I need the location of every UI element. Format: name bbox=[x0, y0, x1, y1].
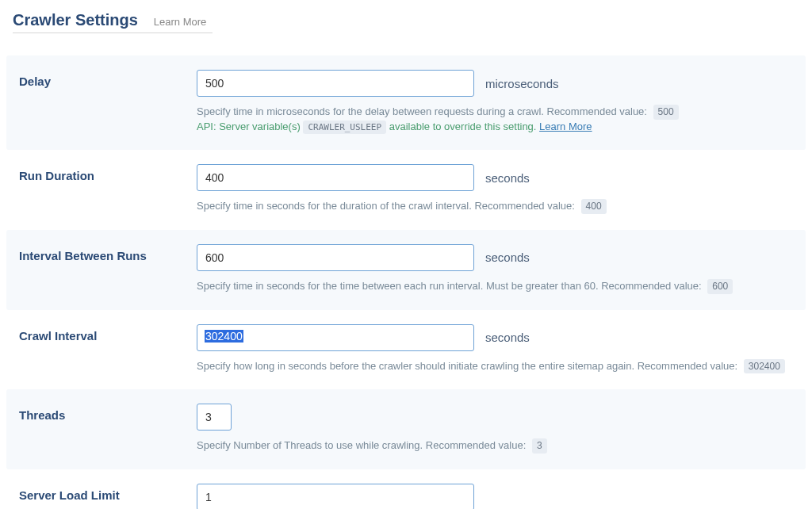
run-duration-recommended-chip: 400 bbox=[581, 199, 607, 214]
learn-more-link[interactable]: Learn More bbox=[154, 16, 206, 31]
setting-row-interval-between: Interval Between Runs seconds Specify ti… bbox=[6, 230, 806, 310]
label-run-duration: Run Duration bbox=[19, 164, 197, 182]
threads-recommended-chip: 3 bbox=[532, 438, 547, 454]
crawl-interval-help: Specify how long in seconds before the c… bbox=[197, 360, 737, 372]
delay-input[interactable] bbox=[197, 70, 474, 97]
setting-row-server-load: Server Load Limit bbox=[6, 469, 806, 509]
delay-recommended-chip: 500 bbox=[653, 105, 679, 120]
delay-help: Specify time in microseconds for the del… bbox=[197, 105, 647, 117]
setting-row-threads: Threads Specify Number of Threads to use… bbox=[6, 389, 806, 469]
crawl-interval-input[interactable] bbox=[197, 324, 474, 351]
interval-between-recommended-chip: 600 bbox=[707, 279, 733, 294]
delay-api-var: CRAWLER_USLEEP bbox=[303, 121, 386, 134]
label-threads: Threads bbox=[19, 404, 197, 422]
label-interval-between: Interval Between Runs bbox=[19, 244, 197, 262]
crawl-interval-unit: seconds bbox=[485, 331, 530, 344]
delay-api-learn-more[interactable]: Learn More bbox=[539, 121, 592, 132]
setting-row-delay: Delay microseconds Specify time in micro… bbox=[6, 55, 806, 150]
delay-unit: microseconds bbox=[485, 77, 559, 90]
threads-input[interactable] bbox=[197, 404, 232, 431]
interval-between-help: Specify time in seconds for the time bet… bbox=[197, 280, 702, 292]
run-duration-input[interactable] bbox=[197, 164, 474, 191]
settings-container: Delay microseconds Specify time in micro… bbox=[0, 33, 812, 509]
run-duration-help: Specify time in seconds for the duration… bbox=[197, 200, 575, 212]
setting-row-run-duration: Run Duration seconds Specify time in sec… bbox=[6, 150, 806, 230]
delay-api-post: available to override this setting. bbox=[389, 121, 537, 132]
threads-help: Specify Number of Threads to use while c… bbox=[197, 439, 526, 451]
interval-between-unit: seconds bbox=[485, 251, 530, 264]
label-delay: Delay bbox=[19, 70, 197, 88]
run-duration-unit: seconds bbox=[485, 171, 530, 185]
label-crawl-interval: Crawl Interval bbox=[19, 324, 197, 343]
interval-between-input[interactable] bbox=[197, 244, 474, 271]
label-server-load: Server Load Limit bbox=[19, 484, 197, 502]
setting-row-crawl-interval: Crawl Interval 302400 seconds Specify ho… bbox=[6, 310, 806, 390]
crawl-interval-recommended-chip: 302400 bbox=[744, 359, 785, 374]
page-title: Crawler Settings bbox=[13, 11, 138, 33]
delay-api-pre: API: Server variable(s) bbox=[197, 121, 301, 132]
server-load-input[interactable] bbox=[197, 484, 474, 509]
